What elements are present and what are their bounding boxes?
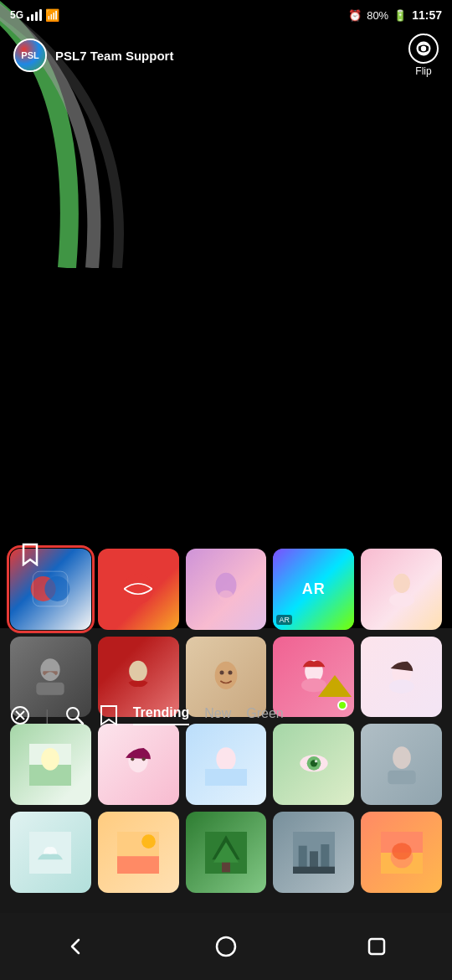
channel-avatar: PSL bbox=[13, 39, 47, 72]
channel-avatar-inner: PSL bbox=[15, 40, 45, 70]
filter-separator: | bbox=[45, 707, 49, 725]
effect-thumb-beach bbox=[98, 812, 179, 893]
effect-sunset[interactable] bbox=[361, 812, 442, 893]
flip-label: Flip bbox=[415, 65, 431, 77]
svg-point-14 bbox=[389, 593, 414, 607]
effect-thumb-hands bbox=[10, 812, 91, 893]
ar-badge: AR bbox=[276, 615, 292, 625]
filter-bar: | Trending New Green bbox=[0, 694, 452, 737]
network-type: 5G bbox=[10, 9, 23, 21]
status-left: 5G 📶 bbox=[10, 8, 59, 22]
effect-glam[interactable] bbox=[186, 549, 267, 630]
svg-point-24 bbox=[389, 679, 414, 694]
status-right: ⏰ 80% 🔋 11:57 bbox=[348, 8, 442, 22]
signal-bars bbox=[27, 9, 42, 21]
effect-thumb-ruins bbox=[273, 812, 354, 893]
svg-rect-57 bbox=[369, 939, 384, 954]
tab-new[interactable]: New bbox=[204, 706, 231, 725]
channel-name: PSL7 Team Support bbox=[55, 49, 173, 63]
wifi-icon: 📶 bbox=[45, 8, 59, 22]
bookmark-top[interactable] bbox=[20, 543, 40, 570]
effect-thumb-glam bbox=[186, 549, 267, 630]
battery-percent: 80% bbox=[367, 9, 388, 22]
home-button[interactable] bbox=[205, 926, 247, 967]
effect-thumb-forest bbox=[186, 812, 267, 893]
svg-rect-46 bbox=[222, 862, 230, 872]
effect-thumb-sunset bbox=[361, 812, 442, 893]
svg-point-1 bbox=[421, 46, 426, 51]
svg-line-6 bbox=[77, 718, 83, 724]
effect-beach[interactable] bbox=[98, 812, 179, 893]
effect-forest[interactable] bbox=[186, 812, 267, 893]
svg-point-31 bbox=[216, 747, 235, 771]
svg-point-17 bbox=[129, 661, 147, 682]
cancel-filter-button[interactable] bbox=[10, 705, 30, 725]
effects-row-1: AR AR bbox=[10, 549, 442, 630]
search-filter-button[interactable] bbox=[64, 705, 85, 725]
bottom-nav bbox=[0, 913, 452, 980]
effect-ar[interactable]: AR AR bbox=[273, 549, 354, 630]
svg-point-19 bbox=[219, 671, 223, 675]
tab-green[interactable]: Green bbox=[246, 706, 283, 725]
effect-thumb-ball bbox=[98, 549, 179, 630]
svg-point-42 bbox=[141, 834, 156, 848]
svg-point-37 bbox=[393, 746, 411, 769]
svg-point-36 bbox=[315, 760, 317, 762]
flip-button[interactable]: Flip bbox=[408, 34, 439, 77]
clock: 11:57 bbox=[412, 8, 442, 22]
svg-point-30 bbox=[142, 757, 146, 761]
back-button[interactable] bbox=[54, 926, 96, 967]
svg-rect-32 bbox=[205, 769, 247, 786]
effect-portrait[interactable] bbox=[361, 549, 442, 630]
svg-point-13 bbox=[393, 574, 410, 593]
flip-camera-icon bbox=[408, 34, 439, 64]
svg-point-29 bbox=[131, 757, 134, 761]
bookmark-filter-button[interactable] bbox=[100, 704, 118, 726]
svg-point-20 bbox=[228, 671, 232, 675]
svg-point-55 bbox=[392, 843, 411, 859]
alarm-icon: ⏰ bbox=[348, 9, 362, 22]
svg-point-18 bbox=[215, 662, 238, 689]
svg-rect-51 bbox=[293, 866, 335, 873]
recent-apps-button[interactable] bbox=[356, 926, 398, 967]
status-bar: 5G 📶 ⏰ 80% 🔋 11:57 bbox=[0, 0, 452, 30]
channel-info[interactable]: PSL PSL7 Team Support bbox=[13, 39, 173, 72]
svg-rect-38 bbox=[388, 770, 415, 784]
svg-rect-41 bbox=[117, 856, 159, 874]
svg-point-8 bbox=[45, 576, 70, 601]
svg-point-56 bbox=[217, 937, 235, 956]
tab-trending[interactable]: Trending bbox=[133, 705, 190, 725]
svg-point-10 bbox=[123, 574, 154, 605]
svg-point-27 bbox=[42, 748, 60, 771]
effect-ball[interactable] bbox=[98, 549, 179, 630]
new-tab-pointer bbox=[318, 675, 352, 697]
effect-ruins[interactable] bbox=[273, 812, 354, 893]
effect-hands[interactable] bbox=[10, 812, 91, 893]
svg-point-12 bbox=[219, 591, 234, 601]
svg-point-15 bbox=[41, 658, 60, 681]
effects-row-4 bbox=[10, 812, 442, 893]
top-header: PSL PSL7 Team Support Flip bbox=[0, 30, 452, 80]
battery-icon: 🔋 bbox=[393, 9, 407, 22]
effect-thumb-portrait bbox=[361, 549, 442, 630]
